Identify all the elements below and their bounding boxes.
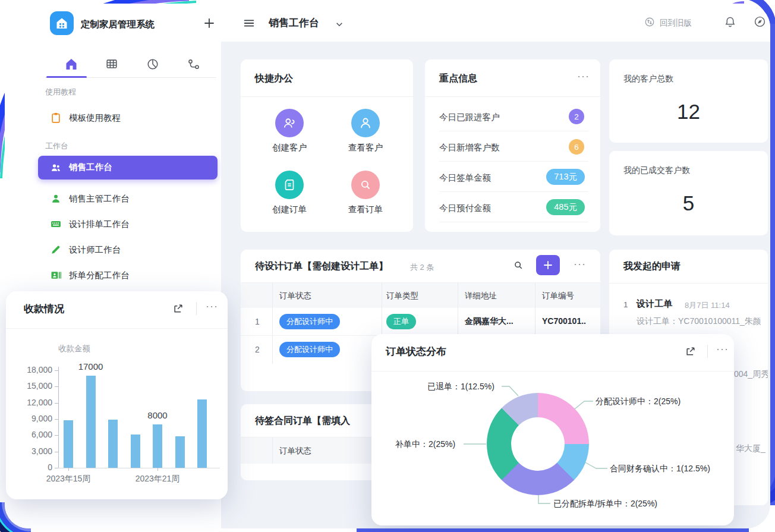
item-number: 1: [623, 300, 628, 309]
id-card-icon: [50, 269, 62, 281]
active-tab-underline: [46, 76, 87, 78]
quick-action-label: 查看客户: [344, 142, 387, 153]
sidebar-item-label: 销售主管工作台: [69, 193, 130, 204]
stat-label: 我的已成交客户数: [623, 165, 690, 176]
column-header: 订单类型: [386, 291, 418, 301]
bar[interactable]: [175, 436, 185, 468]
add-workspace-button[interactable]: [203, 17, 216, 32]
table-header-row: 订单状态 订单类型 详细地址 订单编号: [241, 283, 600, 308]
y-tick-label: 0: [6, 462, 52, 472]
y-tick-mark: [55, 452, 58, 452]
topbar: 销售工作台 回到旧版: [221, 4, 770, 42]
sidebar-item-order-split[interactable]: 拆单分配工作台: [38, 265, 218, 286]
card-title: 订单状态分布: [386, 345, 446, 358]
sidebar-item-label: 销售工作台: [69, 162, 112, 173]
y-tick-label: 3,000: [6, 446, 52, 456]
bar[interactable]: [64, 420, 73, 468]
column-header: 订单编号: [542, 291, 574, 301]
card-title: 我发起的申请: [623, 260, 681, 273]
search-icon[interactable]: [512, 259, 524, 271]
more-icon[interactable]: ···: [577, 70, 590, 83]
column-header: 订单状态: [279, 291, 311, 301]
y-tick-label: 18,000: [6, 365, 52, 374]
application-list-item[interactable]: 1 设计工单 8月7日 11:14 设计工单：YC70010100011_朱颜: [609, 295, 768, 336]
status-badge: 分配设计师中: [279, 342, 340, 357]
quick-action-label: 查看订单: [344, 204, 387, 215]
restore-version-icon[interactable]: [644, 17, 655, 27]
page-title[interactable]: 销售工作台: [269, 16, 319, 30]
key-info-label: 今日签单金额: [439, 172, 491, 184]
tab-pie-chart[interactable]: [146, 58, 159, 73]
divider: [439, 191, 588, 192]
donut-label-supplement: 补单中：2(25%): [395, 439, 455, 450]
bar[interactable]: [197, 399, 207, 468]
divider: [609, 283, 768, 284]
bar[interactable]: [86, 376, 96, 468]
quick-action-label: 创建订单: [268, 204, 311, 215]
quick-action-view-customer[interactable]: 查看客户: [351, 109, 380, 153]
y-tick-mark: [55, 435, 58, 436]
quick-action-view-order[interactable]: 查看订单: [351, 171, 380, 215]
bar-value-label: 17000: [70, 361, 112, 372]
more-icon[interactable]: ···: [716, 343, 729, 355]
back-old-version-link[interactable]: 回到旧版: [660, 18, 692, 29]
key-info-label: 今日已跟进客户: [439, 112, 500, 123]
divider: [439, 161, 588, 162]
keyboard-icon: [50, 218, 62, 230]
hamburger-menu-icon[interactable]: [242, 17, 256, 30]
address-cell: 金隅嘉华大...: [465, 316, 513, 327]
external-link-icon[interactable]: [685, 345, 697, 357]
donut-label-assigning-designer: 分配设计师中：2(25%): [596, 396, 681, 407]
add-order-button[interactable]: [536, 255, 560, 275]
chevron-down-icon[interactable]: [335, 20, 344, 29]
quick-action-create-customer[interactable]: 创建客户: [275, 109, 304, 153]
key-info-card: 重点信息 ··· 今日已跟进客户 2 今日新增客户数 6 今日签单金额 713元…: [425, 59, 600, 232]
bar[interactable]: [131, 435, 140, 468]
sidebar-section-tutorial: 使用教程: [45, 87, 76, 97]
table-row[interactable]: 1 分配设计师中 正单 金隅嘉华大... YC700101..: [241, 308, 600, 336]
bell-icon[interactable]: [724, 15, 736, 28]
divider: [439, 222, 588, 222]
sidebar-item-sales-workbench[interactable]: 销售工作台: [38, 156, 218, 180]
stat-value: 12: [609, 100, 768, 124]
sidebar-section-workbench: 工作台: [45, 141, 68, 152]
divider: [241, 96, 413, 97]
y-tick-mark: [55, 403, 58, 404]
app-canvas: 定制家居管理系统 使用教程 模板使用教程 工作台: [0, 0, 775, 532]
compass-icon[interactable]: [754, 15, 766, 28]
donut-label-returned: 已退单：1(12.5%): [427, 382, 494, 392]
y-tick-mark: [55, 419, 58, 420]
payment-status-card: 收款情况 ··· 收款金额 03,0006,0009,00012,00015,0…: [6, 291, 228, 499]
item-time: 8月7日 11:14: [685, 300, 730, 311]
column-header: 订单状态: [279, 446, 311, 457]
sidebar-item-design-scheduling[interactable]: 设计排单工作台: [38, 213, 218, 235]
y-tick-label: 15,000: [6, 381, 52, 391]
document-icon: [275, 171, 304, 199]
y-tick-mark: [55, 370, 58, 371]
quick-office-card: 快捷办公 创建客户 查看客户 创建订单 查看订单: [241, 59, 413, 232]
quick-action-create-order[interactable]: 创建订单: [275, 171, 304, 215]
bar-value-label: 8000: [137, 410, 178, 420]
tab-home[interactable]: [64, 57, 78, 74]
people-add-icon: [275, 109, 304, 137]
more-icon[interactable]: ···: [574, 258, 586, 270]
sidebar-item-sales-manager[interactable]: 销售主管工作台: [38, 188, 218, 209]
record-count: 共 2 条: [410, 262, 434, 273]
clipboard-icon: [50, 112, 62, 124]
x-tick-mark: [157, 468, 158, 471]
bar[interactable]: [153, 424, 162, 468]
card-title: 快捷办公: [255, 73, 293, 85]
donut-chart[interactable]: [487, 393, 589, 495]
bar-chart[interactable]: 03,0006,0009,00012,00015,00018,000170008…: [6, 291, 228, 499]
item-fragment: 004_周秀: [734, 369, 768, 380]
sidebar-item-tutorial[interactable]: 模板使用教程: [45, 108, 221, 129]
bar[interactable]: [108, 420, 118, 468]
sidebar-item-designer[interactable]: 设计师工作台: [38, 239, 218, 260]
divider: [707, 345, 708, 358]
tab-grid[interactable]: [105, 58, 118, 73]
quick-action-label: 创建客户: [268, 142, 311, 153]
donut-label-finance-confirm: 合同财务确认中：1(12.5%): [610, 464, 710, 474]
x-tick-mark: [68, 468, 69, 471]
donut-label-split-orders: 已分配拆单/拆单中：2(25%): [553, 499, 657, 509]
tab-workflow[interactable]: [187, 58, 200, 73]
